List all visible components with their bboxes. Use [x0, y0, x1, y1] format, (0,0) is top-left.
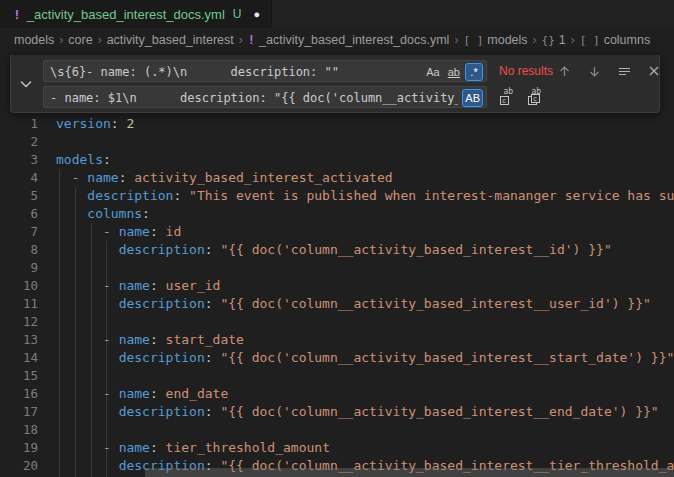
breadcrumb-label: 1: [559, 33, 566, 47]
breadcrumb: models›core›activity_based_interest›!_ac…: [0, 28, 674, 52]
code-line: description: "{{ doc('column__activity_b…: [56, 295, 674, 313]
find-replace-widget: \s{6}- name: (.*)\n description: "" Aa a…: [10, 55, 660, 113]
breadcrumb-item[interactable]: !_activity_based_interest_docs.yml: [248, 33, 450, 47]
line-number: 13: [0, 331, 44, 349]
code-line: version: 2: [56, 115, 674, 133]
find-query-text: \s{6}- name: (.*)\n description: "": [50, 63, 414, 81]
code-line: - name: activity_based_interest_activate…: [56, 169, 674, 187]
line-number: 4: [0, 169, 44, 187]
tab-bar: ! _activity_based_interest_docs.yml U ●: [0, 0, 674, 28]
regex-toggle[interactable]: .*: [465, 63, 483, 81]
line-number: 1: [0, 115, 44, 133]
line-number: 2: [0, 133, 44, 151]
line-number: 5: [0, 187, 44, 205]
array-symbol-icon: [ ]: [580, 34, 600, 47]
tab-file[interactable]: ! _activity_based_interest_docs.yml U ●: [0, 0, 272, 28]
replace-input[interactable]: - name: $1\n description: "{{ doc('colum…: [43, 86, 487, 108]
line-number: 6: [0, 205, 44, 223]
breadcrumb-label: columns: [604, 33, 651, 47]
replace-value-text: - name: $1\n description: "{{ doc('colum…: [50, 89, 458, 107]
code-line: description: "{{ doc('column__activity_b…: [56, 349, 674, 367]
line-number: 17: [0, 403, 44, 421]
code-line: description: "{{ doc('column__activity_b…: [56, 241, 674, 259]
code-content: version: 2models: - name: activity_based…: [56, 115, 674, 475]
code-line: [56, 367, 674, 385]
modified-dot-icon[interactable]: ●: [254, 8, 261, 20]
array-symbol-icon: [ ]: [463, 34, 483, 47]
code-line: - name: user_id: [56, 277, 674, 295]
object-symbol-icon: {}: [542, 34, 555, 47]
breadcrumb-item[interactable]: activity_based_interest: [107, 33, 234, 47]
code-line: models:: [56, 151, 674, 169]
yaml-file-icon: !: [13, 7, 21, 22]
match-case-toggle[interactable]: Aa: [423, 63, 442, 81]
line-number: 20: [0, 457, 44, 475]
code-line: - name: end_date: [56, 385, 674, 403]
line-number: 14: [0, 349, 44, 367]
breadcrumb-item[interactable]: {}1: [542, 33, 566, 47]
replace-all-button[interactable]: abc: [525, 86, 547, 108]
find-results-status: No results: [499, 64, 553, 78]
code-line: columns:: [56, 205, 674, 223]
replace-icon: abc: [500, 89, 517, 105]
find-in-selection-button[interactable]: [613, 60, 635, 82]
line-number: 8: [0, 241, 44, 259]
breadcrumb-separator-icon: ›: [59, 33, 63, 47]
git-untracked-badge: U: [233, 7, 242, 21]
code-line: - name: id: [56, 223, 674, 241]
code-line: [56, 421, 674, 439]
line-number: 19: [0, 439, 44, 457]
code-line: [56, 259, 674, 277]
breadcrumb-separator-icon: ›: [571, 33, 575, 47]
code-editor[interactable]: 1234567891011121314151617181920 version:…: [0, 52, 674, 477]
breadcrumb-separator-icon: ›: [533, 33, 537, 47]
line-number: 10: [0, 277, 44, 295]
code-line: [56, 313, 674, 331]
code-line: description: "{{ doc('column__activity_b…: [56, 403, 674, 421]
line-number: 11: [0, 295, 44, 313]
vscode-window: ! _activity_based_interest_docs.yml U ● …: [0, 0, 674, 477]
breadcrumb-item[interactable]: [ ]models: [463, 33, 527, 47]
line-number: 16: [0, 385, 44, 403]
line-number-gutter: 1234567891011121314151617181920: [0, 115, 44, 475]
code-line: - name: start_date: [56, 331, 674, 349]
breadcrumb-separator-icon: ›: [98, 33, 102, 47]
breadcrumb-label: _activity_based_interest_docs.yml: [259, 33, 449, 47]
collapse-replace-chevron-icon[interactable]: [11, 55, 41, 113]
breadcrumb-item[interactable]: core: [68, 33, 92, 47]
line-number: 9: [0, 259, 44, 277]
tab-filename: _activity_based_interest_docs.yml: [27, 7, 225, 22]
close-find-widget-button[interactable]: [643, 60, 665, 82]
code-line: - name: tier_threshold_amount: [56, 439, 674, 457]
replace-one-button[interactable]: abc: [497, 86, 519, 108]
breadcrumb-label: activity_based_interest: [107, 33, 234, 47]
breadcrumb-item[interactable]: [ ]columns: [580, 33, 650, 47]
breadcrumb-separator-icon: ›: [454, 33, 458, 47]
whole-word-toggle[interactable]: ab: [445, 63, 463, 81]
breadcrumb-item[interactable]: models: [14, 33, 54, 47]
code-line: [56, 133, 674, 151]
line-number: 15: [0, 367, 44, 385]
code-line: description: "This event is published wh…: [56, 187, 674, 205]
line-number: 7: [0, 223, 44, 241]
line-number: 12: [0, 313, 44, 331]
next-match-button[interactable]: [583, 60, 605, 82]
yaml-symbol-icon: !: [248, 33, 255, 47]
find-input[interactable]: \s{6}- name: (.*)\n description: "" Aa a…: [43, 60, 487, 82]
preserve-case-toggle[interactable]: AB: [462, 89, 483, 107]
horizontal-scrollbar-thumb[interactable]: [145, 468, 674, 477]
breadcrumb-label: models: [487, 33, 527, 47]
breadcrumb-separator-icon: ›: [239, 33, 243, 47]
line-number: 18: [0, 421, 44, 439]
line-number: 3: [0, 151, 44, 169]
breadcrumb-label: models: [14, 33, 54, 47]
breadcrumb-label: core: [68, 33, 92, 47]
previous-match-button[interactable]: [553, 60, 575, 82]
replace-all-icon: abc: [528, 89, 545, 105]
